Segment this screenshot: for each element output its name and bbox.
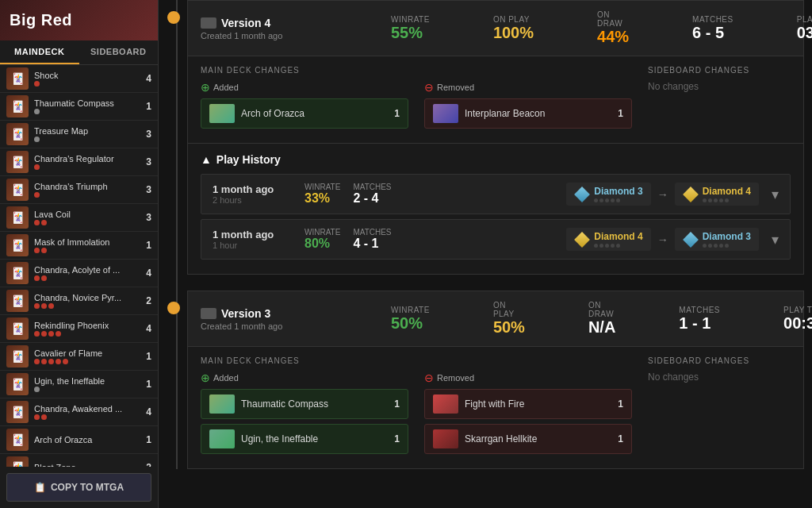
- card-info: Mask of Immolation: [34, 237, 141, 253]
- added-card-count: 1: [394, 108, 400, 119]
- mana-pip: [41, 414, 47, 420]
- version-3-title: Version 3: [201, 307, 327, 320]
- timeline-line: [176, 0, 178, 469]
- mana-pip: [56, 359, 61, 364]
- playtime-value: 03:53:14: [797, 24, 812, 42]
- card-list-item[interactable]: 🃏 Thaumatic Compass 1: [0, 93, 158, 121]
- card-info: Cavalier of Flame: [34, 348, 141, 364]
- card-name: Mask of Immolation: [34, 237, 141, 247]
- playtime-value: 00:35:22: [783, 314, 812, 333]
- card-list-item[interactable]: 🃏 Blast Zone 2: [0, 454, 158, 467]
- card-name: Lava Coil: [34, 210, 141, 219]
- card-info: Arch of Orazca: [34, 435, 141, 445]
- mana-pip: [41, 303, 47, 309]
- history-time-label: 1 month ago: [213, 183, 292, 195]
- card-icon: [209, 394, 235, 414]
- removed-card-name: Skarrgan Hellkite: [465, 433, 611, 444]
- added-card-count: 1: [394, 433, 400, 444]
- ondraw-label: ON DRAW: [597, 10, 629, 28]
- card-info: Chandra's Regulator: [34, 154, 141, 170]
- v3-changes: MAIN DECK CHANGES ⊕ Added Thaumatic Comp…: [187, 347, 804, 469]
- timeline-dot-v3: [167, 302, 180, 314]
- card-icon: [433, 429, 458, 448]
- playtime-label: PLAY TIME: [797, 15, 812, 24]
- v4-ondraw-stat: ON DRAW 44%: [597, 10, 629, 46]
- card-list-item[interactable]: 🃏 Lava Coil 3: [0, 204, 158, 232]
- added-card-name: Thaumatic Compass: [241, 398, 388, 410]
- mana-pip: [34, 303, 40, 309]
- card-icon: [209, 104, 235, 123]
- mana-pip: [56, 331, 61, 337]
- card-info: Blast Zone: [34, 463, 141, 468]
- card-list-item[interactable]: 🃏 Treasure Map 3: [0, 121, 158, 148]
- card-info: Shock: [34, 71, 141, 87]
- card-name: Chandra, Awakened ...: [34, 404, 141, 414]
- history-winrate-value: 33%: [304, 191, 340, 206]
- matches-label: MATCHES: [679, 306, 720, 314]
- v4-onplay-stat: ON PLAY 100%: [493, 15, 534, 42]
- card-list-item[interactable]: 🃏 Mask of Immolation 1: [0, 232, 158, 260]
- winrate-value: 50%: [391, 314, 423, 333]
- card-thumbnail: 🃏: [6, 373, 29, 395]
- card-count: 3: [146, 129, 151, 140]
- matches-label: MATCHES: [692, 15, 733, 24]
- ondraw-label: ON DRAW: [588, 301, 615, 318]
- card-count: 4: [146, 73, 151, 84]
- mana-pip: [41, 275, 47, 281]
- rank-arrow-icon: →: [657, 188, 668, 201]
- card-list-item[interactable]: 🃏 Chandra, Acolyte of ... 4: [0, 260, 158, 287]
- winrate-value: 55%: [391, 24, 423, 42]
- onplay-label: ON PLAY: [493, 15, 530, 24]
- v4-maindeck-changes: MAIN DECK CHANGES ⊕ Added Arch of Orazca…: [201, 66, 408, 133]
- card-list-item[interactable]: 🃏 Arch of Orazca 1: [0, 426, 158, 454]
- history-row-2: 1 month ago 1 hour WINRATE 80% MATCHES 4…: [201, 219, 791, 260]
- v3-matches-stat: MATCHES 1 - 1: [679, 306, 720, 333]
- removed-card-name: Fight with Fire: [465, 398, 611, 410]
- matches-value: 6 - 5: [692, 24, 724, 42]
- card-name: Treasure Map: [34, 126, 141, 136]
- chevron-down-icon-2[interactable]: ▾: [772, 231, 779, 248]
- v4-removed-changes: X ⊖ Removed Interplanar Beacon 1: [424, 66, 632, 133]
- mana-pip: [34, 137, 40, 142]
- removed-card-row: Interplanar Beacon 1: [424, 98, 632, 129]
- card-pips: [34, 275, 141, 281]
- diamond-gold-icon: [574, 232, 590, 248]
- card-list-item[interactable]: 🃏 Rekindling Phoenix 4: [0, 315, 158, 343]
- added-card-count: 1: [394, 398, 400, 410]
- tab-sideboard[interactable]: SIDEBOARD: [79, 40, 159, 64]
- winrate-label: WINRATE: [391, 306, 430, 314]
- card-list-item[interactable]: 🃏 Ugin, the Ineffable 1: [0, 371, 158, 398]
- v4-winrate-stat: WINRATE 55%: [391, 15, 430, 42]
- card-pips: [34, 137, 141, 142]
- card-thumbnail: 🃏: [6, 345, 29, 368]
- chevron-down-icon[interactable]: ▾: [772, 186, 779, 203]
- card-list-item[interactable]: 🃏 Chandra's Regulator 3: [0, 148, 158, 176]
- card-list-item[interactable]: 🃏 Cavalier of Flame 1: [0, 343, 158, 371]
- card-name: Chandra, Novice Pyr...: [34, 293, 141, 302]
- mana-pip: [34, 220, 40, 225]
- mana-pip: [63, 359, 68, 364]
- no-changes-label: No changes: [648, 81, 791, 92]
- card-info: Thaumatic Compass: [34, 98, 141, 114]
- history-matches-label: MATCHES: [353, 183, 391, 191]
- v4-sideboard-changes: SIDEBOARD CHANGES No changes: [648, 66, 791, 133]
- tab-maindeck[interactable]: MAINDECK: [0, 40, 79, 64]
- main-content: Version 4 Created 1 month ago WINRATE 55…: [159, 0, 812, 508]
- card-thumbnail: 🃏: [6, 318, 29, 340]
- version-3-label: Version 3: [221, 307, 270, 320]
- card-list-item[interactable]: 🃏 Chandra, Novice Pyr... 2: [0, 287, 158, 315]
- card-list-item[interactable]: 🃏 Chandra, Awakened ... 4: [0, 398, 158, 426]
- version-3-section: Version 3 Created 1 month ago WINRATE 50…: [187, 291, 812, 469]
- copy-to-mtga-button[interactable]: 📋 COPY TO MTGA: [6, 473, 151, 502]
- card-count: 4: [146, 323, 151, 334]
- card-list-item[interactable]: 🃏 Chandra's Triumph 3: [0, 176, 158, 204]
- rank-arrow-icon: →: [657, 233, 668, 246]
- rank-from-1: Diamond 3: [566, 183, 650, 206]
- card-pips: [34, 414, 141, 420]
- card-list-item[interactable]: 🃏 Shock 4: [0, 65, 158, 93]
- card-pips: [34, 248, 141, 253]
- card-thumbnail: 🃏: [6, 262, 29, 284]
- history-time-label: 1 month ago: [213, 229, 292, 241]
- sidebar: Big Red MAINDECK SIDEBOARD 🃏 Shock 4 🃏 T…: [0, 0, 159, 508]
- card-pips: [34, 359, 141, 364]
